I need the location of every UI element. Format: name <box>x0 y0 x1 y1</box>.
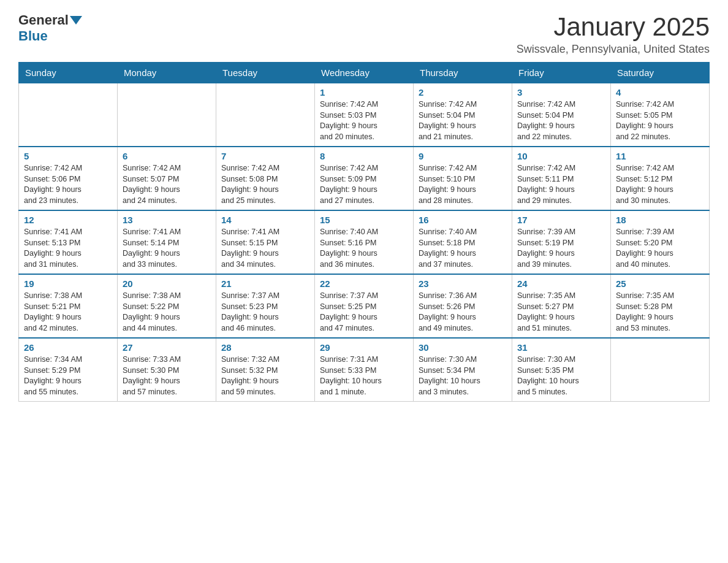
calendar-cell: 5Sunrise: 7:42 AM Sunset: 5:06 PM Daylig… <box>19 147 118 210</box>
calendar-cell: 24Sunrise: 7:35 AM Sunset: 5:27 PM Dayli… <box>512 274 611 338</box>
calendar-cell: 30Sunrise: 7:30 AM Sunset: 5:34 PM Dayli… <box>414 338 512 402</box>
weekday-header-row: SundayMondayTuesdayWednesdayThursdayFrid… <box>19 63 710 83</box>
day-info: Sunrise: 7:42 AM Sunset: 5:07 PM Dayligh… <box>123 163 211 206</box>
day-info: Sunrise: 7:42 AM Sunset: 5:11 PM Dayligh… <box>517 163 605 206</box>
day-number: 4 <box>616 87 704 98</box>
day-number: 11 <box>616 151 704 161</box>
calendar-cell: 7Sunrise: 7:42 AM Sunset: 5:08 PM Daylig… <box>216 147 315 210</box>
day-number: 15 <box>320 215 408 225</box>
day-info: Sunrise: 7:42 AM Sunset: 5:08 PM Dayligh… <box>221 163 309 206</box>
calendar-cell: 26Sunrise: 7:34 AM Sunset: 5:29 PM Dayli… <box>19 338 118 402</box>
calendar-cell: 16Sunrise: 7:40 AM Sunset: 5:18 PM Dayli… <box>414 210 512 274</box>
day-info: Sunrise: 7:42 AM Sunset: 5:05 PM Dayligh… <box>616 99 704 142</box>
day-info: Sunrise: 7:40 AM Sunset: 5:18 PM Dayligh… <box>419 227 507 270</box>
calendar-week-row: 1Sunrise: 7:42 AM Sunset: 5:03 PM Daylig… <box>19 83 710 147</box>
calendar-cell: 21Sunrise: 7:37 AM Sunset: 5:23 PM Dayli… <box>216 274 315 338</box>
day-info: Sunrise: 7:41 AM Sunset: 5:14 PM Dayligh… <box>123 227 211 270</box>
day-info: Sunrise: 7:38 AM Sunset: 5:22 PM Dayligh… <box>123 291 211 334</box>
calendar-cell: 17Sunrise: 7:39 AM Sunset: 5:19 PM Dayli… <box>512 210 611 274</box>
day-info: Sunrise: 7:34 AM Sunset: 5:29 PM Dayligh… <box>24 354 112 397</box>
day-number: 24 <box>517 278 605 289</box>
day-number: 19 <box>24 278 112 289</box>
day-info: Sunrise: 7:39 AM Sunset: 5:19 PM Dayligh… <box>517 227 605 270</box>
calendar-cell: 1Sunrise: 7:42 AM Sunset: 5:03 PM Daylig… <box>315 83 414 147</box>
day-info: Sunrise: 7:37 AM Sunset: 5:23 PM Dayligh… <box>221 291 309 334</box>
calendar-cell <box>118 83 216 147</box>
logo-blue-text: Blue <box>18 28 48 44</box>
day-number: 23 <box>419 278 507 289</box>
calendar-table: SundayMondayTuesdayWednesdayThursdayFrid… <box>18 62 710 402</box>
weekday-header-sunday: Sunday <box>19 63 118 83</box>
calendar-cell: 22Sunrise: 7:37 AM Sunset: 5:25 PM Dayli… <box>315 274 414 338</box>
day-number: 2 <box>419 87 507 98</box>
calendar-cell: 9Sunrise: 7:42 AM Sunset: 5:10 PM Daylig… <box>414 147 512 210</box>
logo-general-text: General <box>18 12 69 28</box>
weekday-header-saturday: Saturday <box>611 63 710 83</box>
day-info: Sunrise: 7:41 AM Sunset: 5:15 PM Dayligh… <box>221 227 309 270</box>
calendar-cell: 19Sunrise: 7:38 AM Sunset: 5:21 PM Dayli… <box>19 274 118 338</box>
day-number: 22 <box>320 278 408 289</box>
day-number: 3 <box>517 87 605 98</box>
calendar-cell <box>216 83 315 147</box>
logo: General Blue <box>18 12 83 44</box>
calendar-cell: 2Sunrise: 7:42 AM Sunset: 5:04 PM Daylig… <box>414 83 512 147</box>
day-info: Sunrise: 7:31 AM Sunset: 5:33 PM Dayligh… <box>320 354 408 397</box>
day-info: Sunrise: 7:32 AM Sunset: 5:32 PM Dayligh… <box>221 354 309 397</box>
weekday-header-friday: Friday <box>512 63 611 83</box>
month-title: January 2025 <box>517 12 710 42</box>
day-number: 12 <box>24 215 112 225</box>
calendar-cell: 13Sunrise: 7:41 AM Sunset: 5:14 PM Dayli… <box>118 210 216 274</box>
weekday-header-wednesday: Wednesday <box>315 63 414 83</box>
calendar-cell <box>611 338 710 402</box>
calendar-week-row: 5Sunrise: 7:42 AM Sunset: 5:06 PM Daylig… <box>19 147 710 210</box>
calendar-cell: 28Sunrise: 7:32 AM Sunset: 5:32 PM Dayli… <box>216 338 315 402</box>
day-number: 25 <box>616 278 704 289</box>
calendar-cell: 11Sunrise: 7:42 AM Sunset: 5:12 PM Dayli… <box>611 147 710 210</box>
day-number: 26 <box>24 342 112 353</box>
day-info: Sunrise: 7:42 AM Sunset: 5:10 PM Dayligh… <box>419 163 507 206</box>
day-info: Sunrise: 7:42 AM Sunset: 5:04 PM Dayligh… <box>419 99 507 142</box>
calendar-cell: 27Sunrise: 7:33 AM Sunset: 5:30 PM Dayli… <box>118 338 216 402</box>
day-number: 1 <box>320 87 408 98</box>
day-info: Sunrise: 7:36 AM Sunset: 5:26 PM Dayligh… <box>419 291 507 334</box>
day-info: Sunrise: 7:42 AM Sunset: 5:12 PM Dayligh… <box>616 163 704 206</box>
calendar-cell: 25Sunrise: 7:35 AM Sunset: 5:28 PM Dayli… <box>611 274 710 338</box>
day-info: Sunrise: 7:41 AM Sunset: 5:13 PM Dayligh… <box>24 227 112 270</box>
day-number: 30 <box>419 342 507 353</box>
logo-arrow-icon <box>70 16 82 25</box>
calendar-cell: 6Sunrise: 7:42 AM Sunset: 5:07 PM Daylig… <box>118 147 216 210</box>
title-block: January 2025 Swissvale, Pennsylvania, Un… <box>517 12 710 56</box>
calendar-cell: 29Sunrise: 7:31 AM Sunset: 5:33 PM Dayli… <box>315 338 414 402</box>
calendar-week-row: 12Sunrise: 7:41 AM Sunset: 5:13 PM Dayli… <box>19 210 710 274</box>
day-number: 31 <box>517 342 605 353</box>
day-number: 17 <box>517 215 605 225</box>
day-info: Sunrise: 7:42 AM Sunset: 5:03 PM Dayligh… <box>320 99 408 142</box>
day-info: Sunrise: 7:30 AM Sunset: 5:35 PM Dayligh… <box>517 354 605 397</box>
calendar-cell: 4Sunrise: 7:42 AM Sunset: 5:05 PM Daylig… <box>611 83 710 147</box>
calendar-week-row: 19Sunrise: 7:38 AM Sunset: 5:21 PM Dayli… <box>19 274 710 338</box>
calendar-cell: 8Sunrise: 7:42 AM Sunset: 5:09 PM Daylig… <box>315 147 414 210</box>
calendar-cell: 31Sunrise: 7:30 AM Sunset: 5:35 PM Dayli… <box>512 338 611 402</box>
calendar-cell: 12Sunrise: 7:41 AM Sunset: 5:13 PM Dayli… <box>19 210 118 274</box>
day-number: 27 <box>123 342 211 353</box>
calendar-cell: 23Sunrise: 7:36 AM Sunset: 5:26 PM Dayli… <box>414 274 512 338</box>
calendar-cell <box>19 83 118 147</box>
day-number: 14 <box>221 215 309 225</box>
calendar-cell: 10Sunrise: 7:42 AM Sunset: 5:11 PM Dayli… <box>512 147 611 210</box>
day-number: 10 <box>517 151 605 161</box>
calendar-cell: 18Sunrise: 7:39 AM Sunset: 5:20 PM Dayli… <box>611 210 710 274</box>
day-info: Sunrise: 7:39 AM Sunset: 5:20 PM Dayligh… <box>616 227 704 270</box>
calendar-cell: 14Sunrise: 7:41 AM Sunset: 5:15 PM Dayli… <box>216 210 315 274</box>
day-number: 18 <box>616 215 704 225</box>
day-info: Sunrise: 7:30 AM Sunset: 5:34 PM Dayligh… <box>419 354 507 397</box>
day-number: 7 <box>221 151 309 161</box>
day-info: Sunrise: 7:42 AM Sunset: 5:09 PM Dayligh… <box>320 163 408 206</box>
day-info: Sunrise: 7:37 AM Sunset: 5:25 PM Dayligh… <box>320 291 408 334</box>
day-number: 8 <box>320 151 408 161</box>
day-info: Sunrise: 7:35 AM Sunset: 5:27 PM Dayligh… <box>517 291 605 334</box>
day-number: 13 <box>123 215 211 225</box>
calendar-cell: 15Sunrise: 7:40 AM Sunset: 5:16 PM Dayli… <box>315 210 414 274</box>
day-info: Sunrise: 7:38 AM Sunset: 5:21 PM Dayligh… <box>24 291 112 334</box>
day-number: 9 <box>419 151 507 161</box>
day-number: 6 <box>123 151 211 161</box>
